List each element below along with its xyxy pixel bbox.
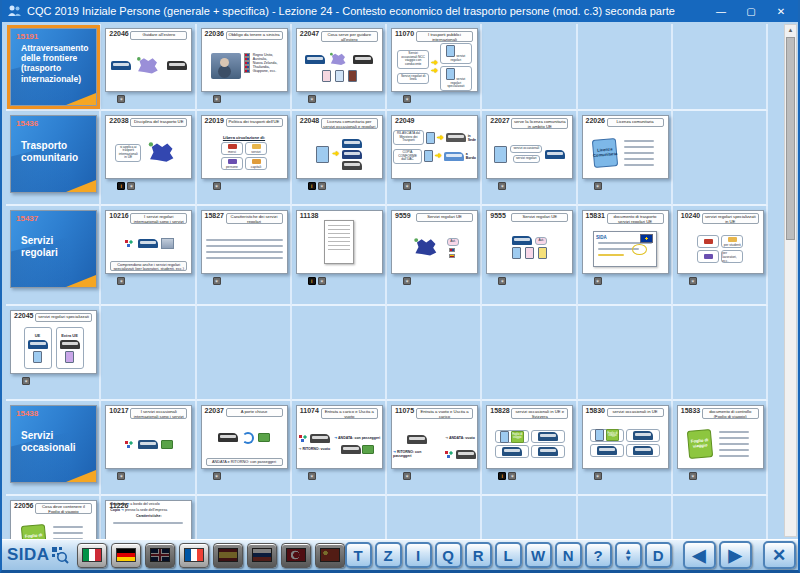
marker-indicator-icon[interactable]: ✶ [498, 182, 506, 190]
next-slide-button[interactable]: ▶ [719, 541, 752, 569]
marker-indicator-icon[interactable]: ✶ [403, 95, 411, 103]
china-flag-icon [320, 548, 340, 562]
slide-thumbnail[interactable]: 22046Guidare all'estero [105, 28, 192, 92]
marker-indicator-icon[interactable]: ✶ [498, 277, 506, 285]
slide-thumbnail[interactable]: 10240servizi regolari specializzati in U… [677, 210, 764, 274]
flag-button-france[interactable] [179, 543, 209, 568]
info-indicator-icon[interactable]: i [308, 277, 316, 285]
grid-cell [292, 306, 387, 401]
toolbar-button-r[interactable]: R [465, 542, 492, 568]
close-button[interactable]: ✕ [763, 541, 796, 569]
toolbar-button-i[interactable]: I [405, 542, 432, 568]
toolbar-button-help[interactable]: ? [585, 542, 612, 568]
slide-thumbnail[interactable]: 11070I trasporti pubblici internazionali… [391, 28, 478, 92]
slide-thumbnail[interactable]: 10217I servizi occasionali internazional… [105, 405, 192, 469]
slide-thumbnail[interactable]: 9555Servizi regolari UEAut. [486, 210, 573, 274]
slide-thumbnail[interactable]: 22036Obbligo da tenere a sinistraRegno U… [201, 28, 288, 92]
marker-indicator-icon[interactable]: ✶ [689, 277, 697, 285]
slide-thumbnail[interactable]: 11075Entrata a vuoto e Uscita a carico➜ … [391, 405, 478, 469]
slide-art: ➜ [297, 130, 382, 178]
minimize-button[interactable]: — [706, 0, 736, 22]
toolbar-button-t[interactable]: T [345, 542, 372, 568]
marker-indicator-icon[interactable]: ✶ [213, 277, 221, 285]
section-thumbnail[interactable]: 15436Trasporto comunitario [10, 115, 97, 193]
slide-thumbnail[interactable]: 15827Caratteristiche dei servizi regolar… [201, 210, 288, 274]
flag-button-russia[interactable] [247, 543, 277, 568]
spinner-button[interactable]: ▲▼ [615, 542, 642, 568]
marker-indicator-icon[interactable]: ✶ [594, 182, 602, 190]
slide-thumbnail[interactable]: 15831documento di trasporto servizi rego… [582, 210, 669, 274]
slide-thumbnail[interactable]: 11226Originale ➜ a bordo del veicoloCopi… [105, 500, 192, 539]
marker-indicator-icon[interactable]: ✶ [22, 377, 30, 385]
slide-thumbnail[interactable]: 22026Licenza comunitariaLicenza Comunita… [582, 115, 669, 179]
grid-cell: 22019Politica dei trasporti dell'UELiber… [197, 111, 292, 206]
toolbar-button-n[interactable]: N [555, 542, 582, 568]
marker-indicator-icon[interactable]: ✶ [318, 277, 326, 285]
scroll-up-button[interactable]: ▲ [785, 25, 796, 36]
prev-slide-button[interactable]: ◀ [683, 541, 716, 569]
marker-indicator-icon[interactable]: ✶ [213, 182, 221, 190]
slide-thumbnail[interactable]: 15830servizi occasionali in UEFoglio di … [582, 405, 669, 469]
slide-title: servizi occasionali in UE [607, 408, 664, 417]
marker-indicator-icon[interactable]: ✶ [213, 95, 221, 103]
scrollbar[interactable]: ▲ [784, 24, 797, 537]
toolbar-button-z[interactable]: Z [375, 542, 402, 568]
flag-button-china[interactable] [315, 543, 345, 568]
toolbar-button-w[interactable]: W [525, 542, 552, 568]
flag-button-germany[interactable] [111, 543, 141, 568]
marker-indicator-icon[interactable]: ✶ [308, 95, 316, 103]
slide-thumbnail[interactable]: 22019Politica dei trasporti dell'UELiber… [201, 115, 288, 179]
slide-thumbnail[interactable]: 11074Entrata a carico e Uscita a vuoto➜ … [296, 405, 383, 469]
slide-thumbnail[interactable]: 22049RILASCIATA dal Ministero dei Traspo… [391, 115, 478, 179]
marker-indicator-icon[interactable]: ✶ [117, 277, 125, 285]
slide-thumbnail[interactable]: 22056Cosa deve contenere il Foglio di vi… [10, 500, 97, 539]
marker-indicator-icon[interactable]: ✶ [127, 182, 135, 190]
info-indicator-icon[interactable]: i [117, 182, 125, 190]
slide-thumbnail[interactable]: 15833documento di controllo (Foglio di v… [677, 405, 764, 469]
slide-thumbnail[interactable]: 15828servizi occasionali in UE e Svizzer… [486, 405, 573, 469]
slide-thumbnail[interactable]: 22045servizi regolari specializzatiUEExt… [10, 310, 97, 374]
marker-indicator-icon[interactable]: ✶ [594, 472, 602, 480]
marker-indicator-icon[interactable]: ✶ [308, 472, 316, 480]
section-thumbnail[interactable]: 15438Servizi occasionali [10, 405, 97, 483]
toolbar-button-q[interactable]: Q [435, 542, 462, 568]
slide-thumbnail[interactable]: 10216I servizi regolari internazionali s… [105, 210, 192, 274]
slide-number: 22027 [490, 117, 509, 124]
slide-thumbnail[interactable]: 22038Disciplina del trasporto UEsi appli… [105, 115, 192, 179]
info-indicator-icon[interactable]: i [498, 472, 506, 480]
maximize-button[interactable]: ▢ [736, 0, 766, 22]
slide-thumbnail[interactable]: 11138 [296, 210, 383, 274]
marker-indicator-icon[interactable]: ✶ [117, 95, 125, 103]
marker-indicator-icon[interactable]: ✶ [318, 182, 326, 190]
flag-button-italy[interactable] [77, 543, 107, 568]
slide-thumbnail[interactable]: 22047Cosa serve per guidare all'estero [296, 28, 383, 92]
marker-indicator-icon[interactable]: ✶ [213, 472, 221, 480]
slide-thumbnail[interactable]: 22037A porte chiuseANDATA e RITORNO: con… [201, 405, 288, 469]
marker-indicator-icon[interactable]: ✶ [403, 277, 411, 285]
slide-indicators: ✶ [594, 472, 669, 482]
marker-indicator-icon[interactable]: ✶ [689, 472, 697, 480]
slide-thumbnail[interactable]: 9559Servizi regolari UEAut. [391, 210, 478, 274]
marker-indicator-icon[interactable]: ✶ [403, 182, 411, 190]
flag-button-uk[interactable] [145, 543, 175, 568]
toolbar-button-l[interactable]: L [495, 542, 522, 568]
icon-tile: capitali [245, 157, 267, 170]
info-indicator-icon[interactable]: i [308, 182, 316, 190]
document-icon [446, 45, 455, 57]
section-thumbnail[interactable]: 15191Attraversamento delle frontiere (tr… [10, 28, 97, 106]
section-thumbnail[interactable]: 15437Servizi regolari [10, 210, 97, 288]
section-title: Servizi regolari [11, 235, 96, 259]
slide-thumbnail[interactable]: 22027serve la licenza comunitaria in amb… [486, 115, 573, 179]
scrollbar-thumb[interactable] [786, 37, 795, 240]
toolbar-button-d[interactable]: D [645, 542, 672, 568]
marker-indicator-icon[interactable]: ✶ [403, 472, 411, 480]
slide-thumbnail[interactable]: 22048Licenza comunitaria per servizi occ… [296, 115, 383, 179]
close-window-button[interactable]: ✕ [766, 0, 796, 22]
flag-button-turkey[interactable] [281, 543, 311, 568]
slide-number: 9555 [490, 212, 506, 219]
marker-indicator-icon[interactable]: ✶ [117, 472, 125, 480]
slide-number: 11138 [300, 212, 319, 219]
marker-indicator-icon[interactable]: ✶ [594, 277, 602, 285]
flag-button-spain[interactable] [213, 543, 243, 568]
marker-indicator-icon[interactable]: ✶ [508, 472, 516, 480]
